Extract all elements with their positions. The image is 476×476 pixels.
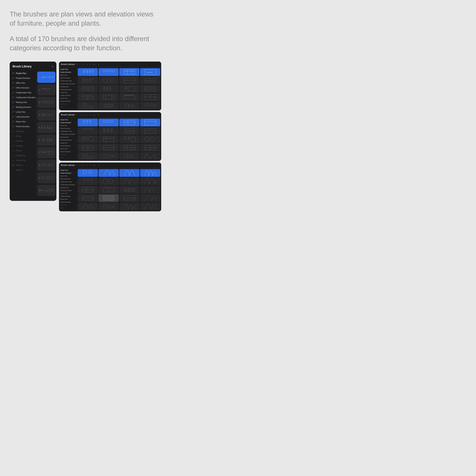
brush-card-10[interactable]: 10 › [37, 185, 55, 196]
add-button-4[interactable]: + [98, 63, 99, 66]
mp2-card-1-3[interactable] [78, 136, 98, 143]
mp2-item-people-elevation[interactable]: People Elevation [59, 121, 77, 124]
brush-card-4[interactable]: 4 [37, 109, 55, 120]
mp2-card-3-1[interactable] [119, 119, 139, 126]
mp2-card-3-2[interactable] [119, 127, 139, 135]
mp3-item-lobby-plan[interactable]: Lobby Plan [59, 192, 77, 195]
mp2-item-lobby-elev[interactable]: Lobby Elevation [59, 144, 77, 147]
mp2-item-meeting-elev[interactable]: Meeting Elevation [59, 139, 77, 141]
mp3-card-3-1[interactable] [119, 169, 139, 177]
sidebar-item-painting[interactable]: Painting [10, 143, 36, 148]
mp-card-3-3[interactable] [119, 85, 139, 93]
sidebar-item-plants-plan[interactable]: Plants Plan [10, 119, 36, 124]
mp2-card-3-4[interactable] [119, 144, 139, 152]
mp-card-3-4[interactable] [119, 93, 139, 101]
add-button-3-4[interactable]: + [98, 164, 99, 167]
mp3-item-lobby-elev[interactable]: Lobby Elevation [59, 195, 77, 198]
sidebar-item-lobby-plan[interactable]: Lobby Plan [10, 110, 36, 115]
mp2-card-2-5[interactable] [99, 152, 119, 160]
sidebar-item-plants-elevation[interactable]: Plants Elevation [10, 124, 36, 129]
mp2-card-1-4[interactable] [78, 144, 98, 152]
mp3-card-1-2[interactable] [78, 177, 98, 185]
mp2-card-4-2[interactable] [140, 127, 160, 135]
mp-card-2-1[interactable] [99, 68, 119, 76]
mp2-card-2-4[interactable] [99, 144, 119, 152]
brush-card-2[interactable]: 2 [37, 84, 55, 95]
mp2-card-1-5[interactable] [78, 152, 98, 160]
brush-card-1[interactable]: 1 [37, 71, 55, 83]
mp3-item-collaborative-elev[interactable]: Collaborative Elevation [59, 183, 77, 186]
mp3-item-plants-elev[interactable]: Plants Elevation [59, 201, 77, 204]
mp3-card-4-5[interactable] [140, 203, 160, 210]
mp2-item-collaborative-plan[interactable]: Collaborative Plan [59, 130, 77, 133]
mp2-item-collaborative-elev[interactable]: Collaborative Elevation [59, 133, 77, 136]
mp-card-2-4[interactable] [99, 93, 119, 101]
mp-card-4-4[interactable] [140, 93, 160, 101]
mp2-item-plants-plan[interactable]: Plants Plan [59, 147, 77, 150]
add-button-3-1[interactable]: + [76, 164, 77, 167]
mp-item-plants-plan[interactable]: Plants Plan [59, 97, 77, 100]
sidebar-item-collaborative-elevation[interactable]: Collaborative Elevation [10, 95, 36, 100]
brush-card-6[interactable]: 6 [37, 135, 55, 146]
mp3-card-1-1[interactable] [78, 169, 98, 177]
mp-item-office-elevation[interactable]: Office Elevation [59, 77, 77, 80]
mp3-card-2-4[interactable] [99, 194, 119, 202]
brush-card-5[interactable]: 5 [37, 122, 55, 133]
mp2-item-people-plan[interactable]: People Plan [59, 118, 77, 121]
mp2-card-1-1[interactable] [78, 119, 98, 126]
mp2-card-3-3[interactable] [119, 136, 139, 143]
mp-item-people-plan[interactable]: People Plan [59, 68, 77, 71]
mp2-card-4-1[interactable] [140, 119, 160, 126]
mp-card-1-5[interactable] [78, 102, 98, 109]
mp3-item-inking[interactable]: Inking [59, 206, 77, 209]
mp2-item-sketching[interactable]: Sketching [59, 153, 77, 156]
brush-card-7[interactable]: 7 [37, 147, 55, 158]
mp3-item-plants-plan[interactable]: Plants Plan [59, 198, 77, 201]
add-button-2-1[interactable]: + [76, 113, 77, 116]
add-button-2[interactable]: + [82, 63, 84, 66]
mp3-card-1-4[interactable] [78, 194, 98, 202]
mp3-item-sketching[interactable]: Sketching [59, 204, 77, 206]
mp3-item-office-elevation[interactable]: Office Elevation [59, 177, 77, 180]
add-button-2-2[interactable]: + [82, 113, 84, 116]
sidebar-item-artistic[interactable]: Artistic [10, 148, 36, 153]
brush-card-8[interactable]: 8 [37, 160, 55, 171]
mp2-item-plants-elev[interactable]: Plants Elevation [59, 150, 77, 153]
mp2-item-lobby-plan[interactable]: Lobby Plan [59, 141, 77, 144]
sidebar-item-drawing[interactable]: Drawing [10, 139, 36, 143]
mp-card-1-3[interactable] [78, 85, 98, 93]
mp-card-4-1[interactable]: Storyboard [140, 68, 160, 76]
mp-item-office-plan[interactable]: Office Plan [59, 74, 77, 77]
mp-item-lobby-plan[interactable]: Lobby Plan [59, 91, 77, 94]
mp-item-collaborative-plan[interactable]: Collaborative Plan [59, 80, 77, 82]
add-button-3[interactable]: + [89, 63, 91, 66]
mp3-card-4-2[interactable] [140, 177, 160, 185]
mp-card-1-4[interactable] [78, 93, 98, 101]
add-button-2-3[interactable]: + [89, 113, 91, 116]
mp-card-2-5[interactable] [99, 102, 119, 109]
sidebar-item-office-elevation[interactable]: Office Elevation [10, 85, 36, 90]
mp3-card-3-4[interactable] [119, 194, 139, 202]
sidebar-item-calligraphy[interactable]: Calligraphy [10, 153, 36, 158]
mp2-item-meeting-plan[interactable]: Meeting Plan [59, 136, 77, 139]
add-button-1[interactable]: + [76, 63, 77, 66]
mp-item-meeting-plan[interactable]: Meeting Plan [59, 85, 77, 88]
mp-card-1-2[interactable] [78, 77, 98, 84]
mp2-card-2-2[interactable] [99, 127, 119, 135]
mp3-card-2-3[interactable] [99, 186, 119, 194]
mp3-card-2-1[interactable] [99, 169, 119, 177]
mp-card-4-3[interactable] [140, 85, 160, 93]
mp-card-2-2[interactable] [99, 77, 119, 84]
sidebar-item-airbrushing[interactable]: Airbrushing [10, 158, 36, 163]
mp-item-inking[interactable]: Inking [59, 106, 77, 108]
mp3-item-meeting-plan[interactable]: Meeting Plan [59, 186, 77, 189]
brush-card-3[interactable]: 3 [37, 97, 55, 108]
mp3-card-4-1[interactable] [140, 169, 160, 177]
sidebar-item-meeting-elevation[interactable]: Meeting Elevation [10, 105, 36, 110]
mp3-card-3-2[interactable] [119, 177, 139, 185]
mp2-card-1-2[interactable] [78, 127, 98, 135]
mp3-card-1-5[interactable] [78, 203, 98, 210]
sidebar-item-people-plan[interactable]: People Plan [10, 71, 36, 76]
mp-card-4-2[interactable] [140, 77, 160, 84]
mp-item-collaborative-elev[interactable]: Collaborative Elevation [59, 82, 77, 85]
